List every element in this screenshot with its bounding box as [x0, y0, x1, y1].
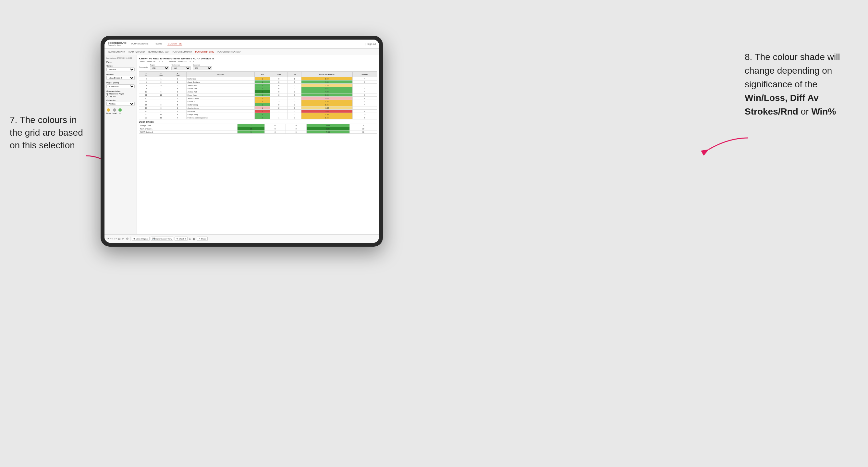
overall-record-label: Overall Record: [139, 61, 153, 63]
colour-by-select[interactable]: Win/loss [106, 102, 135, 106]
legend-down-label: Down [106, 112, 111, 114]
region-select[interactable]: (All) [150, 66, 169, 70]
cell-tie: 0 [288, 97, 302, 100]
cell-reg: 11 [153, 113, 169, 116]
forward-icon[interactable]: ⊞ [118, 237, 121, 241]
cell-tie: 0 [288, 81, 302, 84]
cell-conf: 1 [169, 106, 186, 110]
cut-icon[interactable]: ✂ [122, 237, 125, 241]
cell-tie: 0 [288, 113, 302, 116]
share-label: Share [201, 238, 206, 240]
cell-diff: 4.00 [302, 81, 353, 84]
cell-opponent: Andrea York [186, 90, 254, 93]
subnav-team-h2h-heatmap[interactable]: TEAM H2H HEATMAP [148, 51, 169, 53]
redo-icon[interactable]: ↪ [110, 237, 113, 241]
division-select[interactable]: NCAA Division III [106, 76, 135, 80]
cell-div: 6 [139, 84, 153, 87]
cell-reg: 7 [153, 100, 169, 103]
cell-diff: -0.94 [302, 106, 353, 110]
cell-rounds: 11 [352, 113, 377, 116]
filter-conference: Conference (All) [171, 64, 191, 70]
sign-out-link[interactable]: Sign out [367, 43, 376, 45]
sidebar-division-section: Division NCAA Division III [106, 73, 135, 80]
legend-level: Level [113, 108, 117, 114]
sidebar-player-label: Player [106, 61, 135, 63]
colour-legend: Down Level Up [106, 108, 135, 114]
ood-cell-diff: 4.500 [307, 124, 350, 127]
cell-conf: 7 [169, 116, 186, 119]
cell-rounds: 3 [352, 87, 377, 90]
ood-cell-win: 1 [238, 124, 265, 127]
sidebar-division-label: Division [106, 73, 135, 75]
cell-div: 3 [139, 77, 153, 81]
conference-filter-label: Conference [171, 64, 191, 66]
cell-conf: 3 [169, 84, 186, 87]
player-rank-select[interactable]: 8. Katelyn Vo [106, 84, 135, 88]
cell-div: 11 [139, 93, 153, 97]
table-row: 11 11 3 Heejo Hyun 1 0 0 3.33 3 [139, 93, 377, 97]
table-row: 10 6 3 Andrea York 2 0 0 4.00 4 [139, 90, 377, 93]
cell-loss: 0 [270, 103, 288, 106]
filters-row: Opponents: Region (All) Conference (All) [139, 64, 377, 70]
tablet-frame: SCOREBOARD Powered by clippd TOURNAMENTS… [101, 36, 383, 247]
cell-win: 0 [255, 110, 270, 113]
cell-diff: -1.00 [302, 84, 353, 87]
nav-committee[interactable]: COMMITTEE [167, 42, 182, 45]
col-reg: #Reg [153, 72, 169, 77]
nav-items: TOURNAMENTS TEAMS COMMITTEE [130, 42, 365, 45]
bottom-toolbar: ↩ ↪ ↩ ⊞ ✂ ⏱ 👁 View: Original 💾 Save Cust… [104, 234, 379, 243]
subnav-player-h2h-heatmap[interactable]: PLAYER H2H HEATMAP [217, 51, 241, 53]
subnav-player-h2h-grid[interactable]: PLAYER H2H GRID [195, 51, 215, 53]
cell-diff: 0.38 [302, 100, 353, 103]
conference-select[interactable]: (All) [171, 66, 191, 70]
nav-tournaments[interactable]: TOURNAMENTS [130, 42, 149, 45]
cell-reg: 11 [153, 116, 169, 119]
cell-div: 18 [139, 110, 153, 113]
cell-div: 20 [139, 113, 153, 116]
table-row: 20 11 7 Federica Domecq Lacroze 2 1 0 1.… [139, 116, 377, 119]
clock-icon[interactable]: ⏱ [126, 237, 129, 241]
cell-reg: 2 [153, 81, 169, 84]
subnav-team-h2h-grid[interactable]: TEAM H2H GRID [128, 51, 145, 53]
main-content: Last Updated: 27/03/2024 16:55:38 Player… [104, 55, 379, 234]
cell-reg: 1 [153, 97, 169, 100]
save-custom-btn[interactable]: 💾 Save Custom View [151, 237, 174, 241]
undo-icon[interactable]: ↩ [106, 237, 109, 241]
subnav-player-summary[interactable]: PLAYER SUMMARY [173, 51, 192, 53]
sidebar-player-rank-label: Player (Rank) [106, 82, 135, 84]
back-icon[interactable]: ↩ [114, 237, 117, 241]
gender-select[interactable]: Women's [106, 67, 135, 71]
cell-loss: 0 [270, 84, 288, 87]
nav-teams[interactable]: TEAMS [154, 42, 163, 45]
watch-btn[interactable]: 👁 Watch ▾ [175, 237, 188, 241]
grid-icon[interactable]: ▦ [193, 237, 196, 241]
opponent-select[interactable]: (All) [193, 66, 212, 70]
colour-by-label: Colour by [106, 99, 135, 101]
toolbar-sep1 [130, 237, 130, 241]
cell-tie: 0 [288, 100, 302, 103]
share-btn[interactable]: ↗ Share [197, 237, 208, 241]
layout-icon[interactable]: ⊞ [189, 237, 191, 241]
cell-opponent: Emily Chang [186, 113, 254, 116]
nav-bar: SCOREBOARD Powered by clippd TOURNAMENTS… [104, 40, 379, 49]
table-row: 6 3 3 Sydney Kuo 1 0 0 -1.00 [139, 84, 377, 87]
cell-loss: 0 [270, 77, 288, 81]
watch-label: Watch [179, 238, 184, 240]
logo-sub: Powered by clippd [108, 44, 127, 46]
nav-separator: | [365, 43, 365, 45]
cell-diff: 0.30 [302, 113, 353, 116]
ood-cell-win: 15 [238, 127, 265, 130]
radio-top100[interactable]: Top 100 [106, 95, 135, 97]
cell-conf: 5 [169, 103, 186, 106]
cell-diff: 3.67 [302, 87, 353, 90]
view-original-btn[interactable]: 👁 View: Original [132, 237, 150, 241]
subnav-team-summary[interactable]: TEAM SUMMARY [108, 51, 125, 53]
cell-diff: 3.33 [302, 93, 353, 97]
radio-opponents-played[interactable]: Opponents Played [106, 93, 135, 95]
out-of-division-table: Foreign Team 1 0 0 4.500 2 NAIA Division… [139, 124, 377, 134]
col-loss: Loss [270, 72, 288, 77]
watch-icon: 👁 [176, 238, 178, 240]
cell-opponent: Sharon Mun [186, 87, 254, 90]
legend-circles: Down Level Up [106, 108, 135, 114]
cell-conf: 3 [169, 93, 186, 97]
